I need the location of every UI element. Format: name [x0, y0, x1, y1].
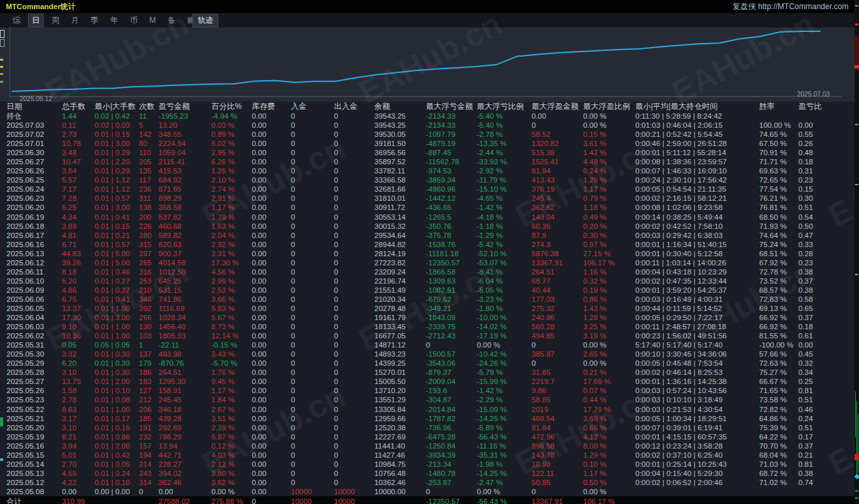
- menu-item-季[interactable]: 季: [87, 14, 102, 27]
- cell-4: 13.20: [158, 121, 211, 130]
- table-row[interactable]: 持仓1.440.02 | 0.4211-1955.23-4.94 %0.0000…: [0, 111, 859, 121]
- menu-item-月[interactable]: 月: [68, 14, 82, 27]
- cell-3: 135: [139, 166, 158, 175]
- cell-7: 0: [291, 295, 334, 304]
- right-sliver-dash4: [855, 274, 858, 275]
- cell-13: 1.26 %: [583, 175, 635, 185]
- cell-1: 3.10: [62, 423, 95, 432]
- table-row[interactable]: 2025.05.155.010.01 | 0.42194442.714.03 %…: [0, 451, 859, 460]
- table-row[interactable]: 2025.05.142.700.01 | 0.05214228.272.12 %…: [0, 460, 859, 469]
- menu-item-日[interactable]: 日: [29, 14, 43, 27]
- table-row[interactable]: 2025.06.1239.260.01 | 5.002654014.5817.3…: [0, 258, 859, 267]
- table-row[interactable]: 2025.06.039.100.01 | 1.001301456.408.73 …: [0, 322, 859, 331]
- cell-9: 30015.32: [374, 222, 426, 231]
- table-row[interactable]: 2025.05.232.780.01 | 0.08212245.451.84 %…: [0, 395, 859, 404]
- table-row[interactable]: 2025.05.283.100.01 | 0.30186264.511.76 %…: [0, 368, 859, 377]
- cell-15: 75.24 %: [759, 240, 798, 249]
- table-row[interactable]: 2025.06.0417.300.01 | 3.002661028.345.67…: [0, 313, 859, 322]
- table-row[interactable]: 2025.05.134.550.01 | 0.24243394.023.80 %…: [0, 469, 859, 478]
- table-row[interactable]: 2025.06.237.280.01 | 0.57311898.292.91 %…: [0, 194, 859, 203]
- col-header-9: 余额: [374, 102, 426, 111]
- cell-14: 0:00:04 | 0:43:18 | 10:23:29: [635, 267, 759, 276]
- cell-5: 2.04 %: [211, 231, 252, 240]
- table-row[interactable]: 2025.07.0110.780.01 | 3.00802224.946.02 …: [0, 139, 859, 148]
- table-row[interactable]: 2025.05.124.220.01 | 0.10314362.463.62 %…: [0, 478, 859, 487]
- cell-9: 33366.58: [374, 175, 426, 185]
- cell-12: 264.51: [532, 267, 583, 276]
- table-row[interactable]: 2025.06.183.890.01 | 0.15226460.681.63 %…: [0, 222, 859, 231]
- cell-4: 394.02: [158, 469, 211, 478]
- table-row[interactable]: 2025.07.022.730.01 | 0.15142348.550.89 %…: [0, 130, 859, 139]
- table-row[interactable]: 2025.06.0210.360.01 | 1.001031805.9312.1…: [0, 331, 859, 340]
- table-row[interactable]: 2025.05.2713.750.01 | 2.001831295.309.45…: [0, 377, 859, 386]
- table-row[interactable]: 2025.05.310.050.05 | 0.051-22.11-0.15 %0…: [0, 340, 859, 349]
- cell-15: 64.22 %: [759, 432, 798, 441]
- cell-9: 14399.25: [374, 359, 426, 368]
- table-row[interactable]: 2025.05.303.320.01 | 0.30137493.983.43 %…: [0, 349, 859, 359]
- table-row[interactable]: 2025.05.080.000.00 | 0.0000.000.00 %0.00…: [0, 487, 859, 496]
- table-row[interactable]: 2025.07.030.110.02 | 0.03513.200.03 %0.0…: [0, 121, 859, 130]
- table-row[interactable]: 2025.05.163.940.01 | 2.0015713.940.12 %0…: [0, 441, 859, 451]
- cell-12: 1525.41: [532, 157, 583, 166]
- table-row[interactable]: 2025.05.198.210.01 | 0.86232786.296.87 %…: [0, 432, 859, 441]
- menu-item-备[interactable]: 备: [164, 14, 179, 27]
- table-row[interactable]: 2025.06.2710.470.01 | 2.202052115.416.26…: [0, 157, 859, 166]
- cell-6: 0.00: [252, 286, 291, 295]
- menu-item-综[interactable]: 综: [9, 14, 23, 27]
- cell-4: 1012.50: [158, 267, 211, 276]
- table-row[interactable]: 2025.06.255.570.01 | 1.12117684.922.10 %…: [0, 175, 859, 185]
- cell-5: 3.31 %: [211, 249, 252, 258]
- table-row[interactable]: 2025.05.261.580.01 | 0.10127158.911.17 %…: [0, 386, 859, 395]
- table-row[interactable]: 2025.06.263.640.01 | 0.29135415.531.25 %…: [0, 166, 859, 175]
- table-row[interactable]: 2025.06.105.200.01 | 0.27253645.252.99 %…: [0, 276, 859, 286]
- cell-13: 0.10 %: [583, 460, 635, 469]
- table-row[interactable]: 2025.05.228.630.01 | 1.00206346.182.67 %…: [0, 405, 859, 414]
- table-row[interactable]: 2025.05.213.170.01 | 0.17185439.283.51 %…: [0, 414, 859, 423]
- cell-9: 13710.20: [374, 386, 426, 395]
- cell-3: 226: [139, 222, 158, 231]
- cell-12: 9.86: [532, 386, 583, 395]
- table-row[interactable]: 2025.05.296.200.01 | 0.30179-870.76-5.70…: [0, 359, 859, 368]
- table-row[interactable]: 2025.06.247.170.01 | 1.12236871.652.74 %…: [0, 185, 859, 194]
- cell-4: 415.53: [158, 166, 211, 175]
- cell-12: 0: [532, 121, 583, 130]
- table-total-row[interactable]: 合计310.9927588.02275.88 %01000010000-1235…: [0, 496, 859, 504]
- table-row[interactable]: 2025.06.094.860.01 | 0.27210531.152.53 %…: [0, 286, 859, 295]
- table-row[interactable]: 2025.06.303.480.01 | 0.291101059.042.95 …: [0, 148, 859, 157]
- menu-item-M[interactable]: M: [146, 15, 159, 25]
- cell-1: 310.99: [62, 496, 95, 504]
- cell-7: 0: [291, 203, 334, 212]
- table-row[interactable]: 2025.06.166.710.01 | 0.57315820.632.92 %…: [0, 240, 859, 249]
- cell-15: 70.70 %: [759, 441, 798, 451]
- cell-6: 0.00: [252, 203, 291, 212]
- cell-11: -5.40 %: [477, 121, 532, 130]
- brand-link[interactable]: 复盘侠 http://MTCommander.com: [732, 0, 849, 13]
- cell-1: 9.10: [62, 322, 95, 331]
- table-row[interactable]: 2025.06.205.250.01 | 3.00138358.581.17 %…: [0, 203, 859, 212]
- menu-item-年[interactable]: 年: [107, 14, 121, 27]
- table-row[interactable]: 2025.06.0513.370.01 | 1.003921116.695.83…: [0, 304, 859, 313]
- cell-13: 0.24 %: [583, 166, 635, 175]
- cell-5: 0.89 %: [211, 130, 252, 139]
- table-row[interactable]: 2025.06.118.180.01 | 0.463161012.504.56 …: [0, 267, 859, 276]
- table-row[interactable]: 2025.06.174.810.01 | 0.21280589.822.04 %…: [0, 231, 859, 240]
- menu-item-周[interactable]: 周: [48, 14, 63, 27]
- cell-10: -3859.34: [426, 175, 477, 185]
- table-row[interactable]: 2025.06.194.340.01 | 0.41200537.821.79 %…: [0, 213, 859, 222]
- table-row[interactable]: 2025.06.1344.830.01 | 5.00397900.373.31 …: [0, 249, 859, 258]
- cell-5: 1.79 %: [211, 213, 252, 222]
- table-row[interactable]: 2025.05.203.100.01 | 0.16191292.692.39 %…: [0, 423, 859, 432]
- table-header-row[interactable]: 日期总手数最小|大手数次数盈亏金额百分比%库存费入金出入金余额最大浮亏金额最大浮…: [0, 102, 859, 111]
- cell-7: 0: [291, 441, 334, 451]
- col-header-12: 最大浮盈金额: [532, 102, 583, 111]
- track-button[interactable]: 轨迹: [193, 14, 218, 27]
- left-sliver-dash2: [0, 66, 3, 68]
- cell-9: 23209.24: [374, 267, 426, 276]
- table-row[interactable]: 2025.06.066.750.01 | 0.41346741.863.66 %…: [0, 295, 859, 304]
- cell-7: 0: [291, 386, 334, 395]
- cell-8: 0: [334, 313, 374, 322]
- mtcommander-stats-window: { "title_bar": { "title": "MTCommander统计…: [0, 0, 859, 504]
- cell-5: -4.94 %: [211, 111, 252, 121]
- menu-item-币[interactable]: 币: [127, 14, 141, 27]
- cell-16: 0.37: [798, 276, 859, 286]
